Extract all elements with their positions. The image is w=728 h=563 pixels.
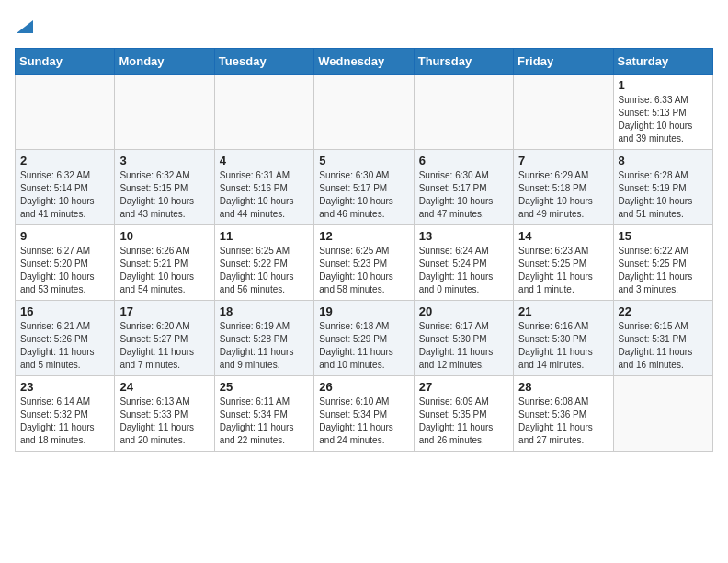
calendar-cell bbox=[115, 75, 214, 150]
day-number: 12 bbox=[319, 229, 408, 243]
day-number: 11 bbox=[220, 229, 309, 243]
calendar-cell: 19Sunrise: 6:18 AM Sunset: 5:29 PM Dayli… bbox=[314, 301, 414, 376]
calendar-cell: 17Sunrise: 6:20 AM Sunset: 5:27 PM Dayli… bbox=[115, 301, 214, 376]
weekday-header-tuesday: Tuesday bbox=[214, 49, 313, 75]
day-number: 13 bbox=[419, 229, 508, 243]
day-number: 16 bbox=[20, 304, 109, 318]
weekday-header-monday: Monday bbox=[115, 49, 214, 75]
calendar-cell: 25Sunrise: 6:11 AM Sunset: 5:34 PM Dayli… bbox=[214, 376, 313, 452]
day-info: Sunrise: 6:11 AM Sunset: 5:34 PM Dayligh… bbox=[220, 396, 309, 447]
day-info: Sunrise: 6:23 AM Sunset: 5:25 PM Dayligh… bbox=[518, 245, 608, 296]
weekday-header-row: SundayMondayTuesdayWednesdayThursdayFrid… bbox=[16, 49, 713, 75]
day-number: 9 bbox=[20, 229, 109, 243]
calendar-cell: 24Sunrise: 6:13 AM Sunset: 5:33 PM Dayli… bbox=[115, 376, 214, 452]
calendar-cell: 12Sunrise: 6:25 AM Sunset: 5:23 PM Dayli… bbox=[314, 225, 414, 301]
day-number: 26 bbox=[319, 380, 408, 394]
day-number: 27 bbox=[419, 380, 508, 394]
calendar-cell: 21Sunrise: 6:16 AM Sunset: 5:30 PM Dayli… bbox=[514, 301, 613, 376]
day-number: 15 bbox=[619, 229, 708, 243]
calendar-cell: 20Sunrise: 6:17 AM Sunset: 5:30 PM Dayli… bbox=[414, 301, 513, 376]
calendar-cell: 27Sunrise: 6:09 AM Sunset: 5:35 PM Dayli… bbox=[414, 376, 513, 452]
calendar-cell: 5Sunrise: 6:30 AM Sunset: 5:17 PM Daylig… bbox=[314, 150, 414, 225]
page-header bbox=[15, 15, 713, 37]
calendar-cell: 28Sunrise: 6:08 AM Sunset: 5:36 PM Dayli… bbox=[514, 376, 613, 452]
day-info: Sunrise: 6:31 AM Sunset: 5:16 PM Dayligh… bbox=[220, 169, 309, 221]
day-info: Sunrise: 6:20 AM Sunset: 5:27 PM Dayligh… bbox=[119, 320, 209, 372]
day-info: Sunrise: 6:28 AM Sunset: 5:19 PM Dayligh… bbox=[619, 169, 708, 221]
day-number: 19 bbox=[319, 304, 408, 318]
calendar-cell: 4Sunrise: 6:31 AM Sunset: 5:16 PM Daylig… bbox=[214, 150, 313, 225]
day-info: Sunrise: 6:18 AM Sunset: 5:29 PM Dayligh… bbox=[319, 320, 408, 372]
weekday-header-wednesday: Wednesday bbox=[314, 49, 414, 75]
calendar-cell: 14Sunrise: 6:23 AM Sunset: 5:25 PM Dayli… bbox=[514, 225, 613, 301]
day-info: Sunrise: 6:32 AM Sunset: 5:15 PM Dayligh… bbox=[119, 169, 209, 221]
weekday-header-thursday: Thursday bbox=[414, 49, 513, 75]
weekday-header-friday: Friday bbox=[514, 49, 613, 75]
day-info: Sunrise: 6:10 AM Sunset: 5:34 PM Dayligh… bbox=[319, 396, 408, 447]
calendar-week-row: 9Sunrise: 6:27 AM Sunset: 5:20 PM Daylig… bbox=[16, 225, 713, 301]
weekday-header-sunday: Sunday bbox=[16, 49, 115, 75]
calendar-cell: 8Sunrise: 6:28 AM Sunset: 5:19 PM Daylig… bbox=[613, 150, 712, 225]
calendar-cell: 9Sunrise: 6:27 AM Sunset: 5:20 PM Daylig… bbox=[16, 225, 115, 301]
day-number: 17 bbox=[119, 304, 209, 318]
day-info: Sunrise: 6:08 AM Sunset: 5:36 PM Dayligh… bbox=[518, 396, 608, 447]
day-info: Sunrise: 6:17 AM Sunset: 5:30 PM Dayligh… bbox=[419, 320, 508, 372]
day-info: Sunrise: 6:15 AM Sunset: 5:31 PM Dayligh… bbox=[619, 320, 708, 372]
calendar-cell: 15Sunrise: 6:22 AM Sunset: 5:25 PM Dayli… bbox=[613, 225, 712, 301]
day-number: 22 bbox=[619, 304, 708, 318]
day-number: 4 bbox=[220, 154, 309, 167]
calendar-cell bbox=[514, 75, 613, 150]
day-info: Sunrise: 6:33 AM Sunset: 5:13 PM Dayligh… bbox=[619, 94, 708, 145]
calendar-cell: 26Sunrise: 6:10 AM Sunset: 5:34 PM Dayli… bbox=[314, 376, 414, 452]
day-info: Sunrise: 6:30 AM Sunset: 5:17 PM Dayligh… bbox=[419, 169, 508, 221]
day-info: Sunrise: 6:09 AM Sunset: 5:35 PM Dayligh… bbox=[419, 396, 508, 447]
calendar-week-row: 23Sunrise: 6:14 AM Sunset: 5:32 PM Dayli… bbox=[16, 376, 713, 452]
day-number: 24 bbox=[119, 380, 209, 394]
day-number: 6 bbox=[419, 154, 508, 167]
day-number: 21 bbox=[518, 304, 608, 318]
day-number: 25 bbox=[220, 380, 309, 394]
day-info: Sunrise: 6:13 AM Sunset: 5:33 PM Dayligh… bbox=[119, 396, 209, 447]
day-info: Sunrise: 6:24 AM Sunset: 5:24 PM Dayligh… bbox=[419, 245, 508, 296]
day-info: Sunrise: 6:32 AM Sunset: 5:14 PM Dayligh… bbox=[20, 169, 109, 221]
day-info: Sunrise: 6:29 AM Sunset: 5:18 PM Dayligh… bbox=[518, 169, 608, 221]
calendar-cell: 22Sunrise: 6:15 AM Sunset: 5:31 PM Dayli… bbox=[613, 301, 712, 376]
calendar-cell: 3Sunrise: 6:32 AM Sunset: 5:15 PM Daylig… bbox=[115, 150, 214, 225]
day-info: Sunrise: 6:26 AM Sunset: 5:21 PM Dayligh… bbox=[119, 245, 209, 296]
calendar-week-row: 1Sunrise: 6:33 AM Sunset: 5:13 PM Daylig… bbox=[16, 75, 713, 150]
day-info: Sunrise: 6:25 AM Sunset: 5:23 PM Dayligh… bbox=[319, 245, 408, 296]
day-number: 18 bbox=[220, 304, 309, 318]
day-number: 10 bbox=[119, 229, 209, 243]
calendar-cell bbox=[214, 75, 313, 150]
day-number: 1 bbox=[619, 78, 708, 92]
day-info: Sunrise: 6:30 AM Sunset: 5:17 PM Dayligh… bbox=[319, 169, 408, 221]
calendar-cell: 13Sunrise: 6:24 AM Sunset: 5:24 PM Dayli… bbox=[414, 225, 513, 301]
day-number: 5 bbox=[319, 154, 408, 167]
calendar-cell: 10Sunrise: 6:26 AM Sunset: 5:21 PM Dayli… bbox=[115, 225, 214, 301]
day-number: 28 bbox=[518, 380, 608, 394]
day-info: Sunrise: 6:21 AM Sunset: 5:26 PM Dayligh… bbox=[20, 320, 109, 372]
calendar-cell: 16Sunrise: 6:21 AM Sunset: 5:26 PM Dayli… bbox=[16, 301, 115, 376]
calendar-cell bbox=[314, 75, 414, 150]
calendar-cell: 11Sunrise: 6:25 AM Sunset: 5:22 PM Dayli… bbox=[214, 225, 313, 301]
day-number: 23 bbox=[20, 380, 109, 394]
day-info: Sunrise: 6:27 AM Sunset: 5:20 PM Dayligh… bbox=[20, 245, 109, 296]
calendar-cell: 23Sunrise: 6:14 AM Sunset: 5:32 PM Dayli… bbox=[16, 376, 115, 452]
calendar-table: SundayMondayTuesdayWednesdayThursdayFrid… bbox=[15, 48, 713, 452]
day-number: 20 bbox=[419, 304, 508, 318]
day-number: 7 bbox=[518, 154, 608, 167]
day-number: 8 bbox=[619, 154, 708, 167]
calendar-cell: 6Sunrise: 6:30 AM Sunset: 5:17 PM Daylig… bbox=[414, 150, 513, 225]
logo-icon bbox=[17, 20, 33, 33]
calendar-cell bbox=[16, 75, 115, 150]
calendar-cell bbox=[613, 376, 712, 452]
day-info: Sunrise: 6:19 AM Sunset: 5:28 PM Dayligh… bbox=[220, 320, 309, 372]
logo bbox=[15, 15, 33, 37]
day-info: Sunrise: 6:14 AM Sunset: 5:32 PM Dayligh… bbox=[20, 396, 109, 447]
calendar-cell: 18Sunrise: 6:19 AM Sunset: 5:28 PM Dayli… bbox=[214, 301, 313, 376]
calendar-cell bbox=[414, 75, 513, 150]
calendar-cell: 1Sunrise: 6:33 AM Sunset: 5:13 PM Daylig… bbox=[613, 75, 712, 150]
day-number: 2 bbox=[20, 154, 109, 167]
weekday-header-saturday: Saturday bbox=[613, 49, 712, 75]
svg-marker-0 bbox=[17, 20, 33, 33]
